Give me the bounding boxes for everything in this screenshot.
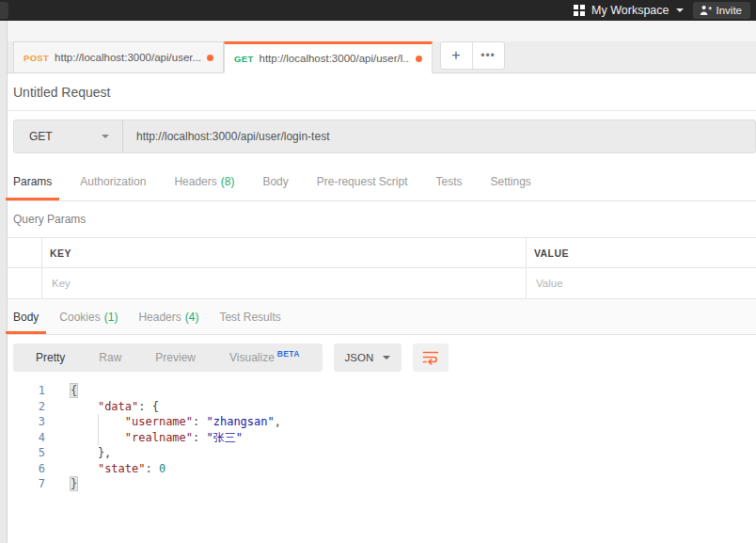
value-column-header: VALUE	[534, 248, 569, 259]
line-number: 6	[8, 461, 45, 477]
code-line: 6 "state": 0	[8, 461, 756, 477]
cropped-sidebar-edge	[0, 21, 8, 543]
chevron-down-icon	[676, 8, 684, 12]
request-title-row: Untitled Request	[8, 73, 756, 111]
tab-authorization[interactable]: Authorization	[80, 162, 146, 200]
line-number: 7	[8, 476, 45, 492]
response-tab-body[interactable]: Body	[13, 299, 39, 334]
request-subtabs: Params Authorization Headers(8) Body Pre…	[8, 162, 756, 201]
method-label-get: GET	[234, 54, 253, 64]
query-params-table: KEY VALUE	[8, 237, 756, 299]
indent-guide	[98, 430, 99, 446]
cropped-toolbar-fragment	[0, 2, 8, 19]
tab-url: http://localhost:3000/api/user/l...	[260, 53, 410, 64]
method-dropdown[interactable]: GET	[14, 120, 123, 152]
query-params-label: Query Params	[13, 213, 86, 226]
request-url-value: http://localhost:3000/api/user/login-tes…	[136, 130, 329, 143]
code-line: 2 "data": {	[8, 399, 756, 415]
tab-tests[interactable]: Tests	[435, 162, 462, 200]
line-number: 2	[8, 399, 45, 415]
chevron-down-icon	[102, 135, 109, 138]
line-number: 3	[8, 414, 45, 430]
table-header-row: KEY VALUE	[8, 237, 756, 268]
view-mode-segmented-control: Pretty Raw Preview VisualizeBETA	[13, 343, 323, 372]
beta-badge: BETA	[277, 349, 300, 359]
workspace-label: My Workspace	[591, 4, 669, 17]
code-line: 5 },	[8, 445, 756, 461]
unsaved-indicator-dot[interactable]	[416, 56, 422, 62]
request-title[interactable]: Untitled Request	[13, 85, 111, 100]
tab-url: http://localhost:3000/api/user...	[55, 52, 201, 63]
table-row	[8, 268, 756, 299]
code-line: 1{	[8, 383, 756, 399]
invite-label: Invite	[717, 5, 743, 16]
method-label-post: POST	[24, 53, 49, 63]
workspace-grid-icon	[574, 5, 585, 16]
top-bar: My Workspace Invite	[0, 0, 756, 21]
cookies-count-badge: (1)	[104, 311, 118, 324]
tab-headers[interactable]: Headers(8)	[174, 162, 234, 200]
response-body-code: 1{2 "data": {3 "username": "zhangsan",4 …	[8, 380, 756, 543]
line-number: 1	[8, 383, 45, 399]
view-mode-pretty[interactable]: Pretty	[19, 351, 82, 364]
tab-settings[interactable]: Settings	[491, 162, 531, 200]
request-tab-strip: POST http://localhost:3000/api/user... G…	[8, 41, 756, 73]
tab-options-button[interactable]: •••	[472, 42, 504, 69]
response-format-dropdown[interactable]: JSON	[334, 343, 402, 372]
response-headers-count-badge: (4)	[185, 311, 199, 324]
view-mode-raw[interactable]: Raw	[82, 351, 138, 364]
wrap-text-icon	[421, 349, 440, 366]
response-tabs: Body Cookies(1) Headers(4) Test Results	[8, 299, 756, 335]
headers-count-badge: (8)	[221, 175, 235, 188]
response-tab-cookies[interactable]: Cookies(1)	[59, 299, 118, 334]
request-builder-row: GET http://localhost:3000/api/user/login…	[8, 111, 756, 162]
request-tab-get-active[interactable]: GET http://localhost:3000/api/user/l...	[224, 41, 432, 73]
row-handle-column	[8, 238, 42, 267]
url-bar: GET http://localhost:3000/api/user/login…	[13, 120, 756, 153]
workspace-switcher[interactable]: My Workspace	[574, 4, 683, 17]
query-params-section: Query Params	[8, 201, 756, 237]
new-tab-button[interactable]: +	[441, 42, 472, 69]
line-number: 4	[8, 430, 45, 446]
invite-button[interactable]: Invite	[693, 2, 751, 19]
request-url-input[interactable]: http://localhost:3000/api/user/login-tes…	[123, 120, 755, 152]
response-toolbar: Pretty Raw Preview VisualizeBETA JSON	[8, 335, 756, 380]
request-tab-post[interactable]: POST http://localhost:3000/api/user...	[13, 41, 224, 72]
row-handle-column	[8, 268, 42, 298]
code-line: 7}	[8, 476, 756, 492]
chevron-down-icon	[383, 356, 390, 359]
key-column-header: KEY	[50, 248, 71, 259]
topbar-gap	[8, 21, 756, 41]
method-selected: GET	[29, 130, 53, 143]
response-format-value: JSON	[345, 352, 374, 363]
line-number: 5	[8, 445, 45, 461]
tab-pre-request-script[interactable]: Pre-request Script	[317, 162, 408, 200]
code-line: 3 "username": "zhangsan",	[8, 414, 756, 430]
key-input[interactable]	[50, 277, 506, 290]
response-tab-test-results[interactable]: Test Results	[219, 299, 280, 334]
unsaved-indicator-dot[interactable]	[207, 55, 213, 61]
tab-actions-group: + •••	[440, 41, 505, 70]
view-mode-visualize[interactable]: VisualizeBETA	[213, 351, 317, 364]
value-input[interactable]	[534, 277, 748, 290]
view-mode-preview[interactable]: Preview	[138, 351, 213, 364]
response-tab-headers[interactable]: Headers(4)	[138, 299, 198, 334]
postman-window: My Workspace Invite POST http://localhos…	[0, 0, 756, 543]
indent-guide	[98, 414, 99, 430]
code-line: 4 "realname": "张三"	[8, 430, 756, 446]
tab-params[interactable]: Params	[13, 162, 52, 200]
tab-body[interactable]: Body	[262, 162, 288, 200]
wrap-text-button[interactable]	[413, 343, 449, 372]
invite-user-icon	[700, 5, 712, 16]
